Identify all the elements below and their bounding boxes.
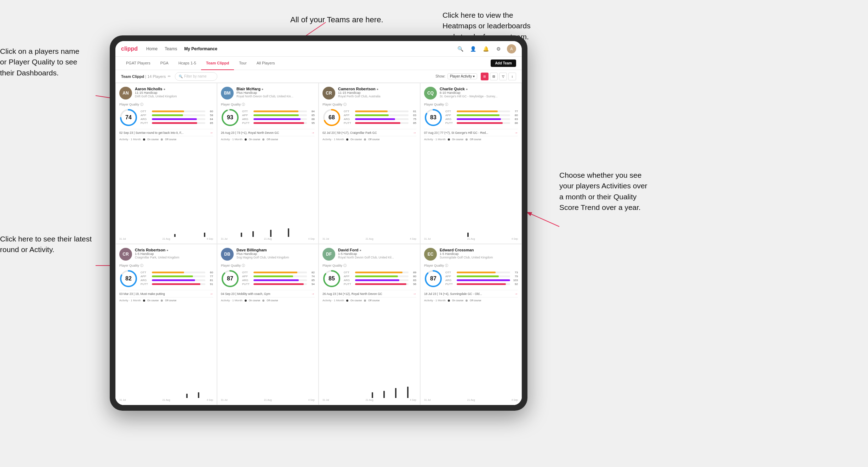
- bell-icon[interactable]: 🔔: [481, 45, 490, 53]
- edit-icon[interactable]: ✏: [168, 74, 171, 78]
- settings-icon[interactable]: ⚙: [494, 45, 503, 53]
- avatar-icon[interactable]: A: [507, 44, 516, 53]
- quality-circle[interactable]: 68: [322, 108, 341, 127]
- round-arrow: →: [413, 131, 416, 135]
- person-icon[interactable]: 👤: [469, 45, 477, 53]
- date-start: 31 Jul: [221, 238, 228, 240]
- player-card[interactable]: CR Chris Robertson● 1-5 Handicap Craigmi…: [115, 244, 217, 405]
- grid-view-icon[interactable]: ⊞: [481, 73, 489, 80]
- stat-value: 96: [410, 283, 416, 286]
- off-course-label: Off course: [165, 299, 176, 302]
- on-course-label: On course: [350, 138, 362, 141]
- stat-bar-bg: [355, 275, 409, 277]
- date-mid: 21 Aug: [366, 238, 373, 240]
- player-card[interactable]: BM Blair McHarg● Plus Handicap Royal Nor…: [217, 83, 319, 244]
- stat-row: OTT 84: [242, 110, 315, 113]
- search-filter[interactable]: 🔍 Filter by name: [175, 72, 217, 81]
- latest-round[interactable]: 04 Sep 23 | Mobility with coach, Gym →: [221, 290, 315, 297]
- player-info: Aaron Nicholls● 11-15 Handicap Drift Gol…: [135, 87, 213, 98]
- stat-label: OTT: [242, 110, 252, 113]
- nav-teams[interactable]: Teams: [165, 46, 177, 51]
- activity-chart: [424, 303, 518, 398]
- player-card[interactable]: EC Edward Crossman 1-5 Handicap Sunningd…: [420, 244, 522, 405]
- latest-round[interactable]: 07 Aug 23 | 77 (+7), St George's Hill GC…: [424, 129, 518, 136]
- latest-round[interactable]: 03 Mar 23 | 19, Must make putting →: [119, 290, 213, 297]
- stat-value: 60: [207, 271, 213, 274]
- stat-bar: [152, 118, 197, 120]
- quality-circle[interactable]: 87: [221, 269, 239, 288]
- quality-circle[interactable]: 74: [119, 108, 138, 127]
- filter-icon[interactable]: ▽: [499, 73, 507, 80]
- activity-chart: [424, 142, 518, 237]
- on-course-dot: [245, 300, 247, 302]
- player-name[interactable]: Chris Robertson●: [135, 248, 213, 252]
- stat-bar: [152, 122, 197, 124]
- quality-circle[interactable]: 82: [119, 269, 138, 288]
- nav-links: Home Teams My Performance: [146, 46, 456, 51]
- on-course-dot: [143, 300, 145, 302]
- latest-round[interactable]: 02 Sep 23 | Sunrise round to get back in…: [119, 129, 213, 136]
- stat-value: 58: [207, 114, 213, 117]
- player-info: Edward Crossman 1-5 Handicap Sunningdale…: [440, 248, 518, 259]
- tab-team-clippd[interactable]: Team Clippd: [201, 57, 234, 70]
- stat-bar: [253, 122, 304, 124]
- tab-hcaps[interactable]: Hcaps 1-5: [173, 57, 201, 70]
- tab-all-players[interactable]: All Players: [252, 57, 280, 70]
- player-name[interactable]: David Ford●: [338, 248, 416, 252]
- search-icon[interactable]: 🔍: [456, 45, 464, 53]
- player-card[interactable]: CQ Charlie Quick● 6-10 Handicap St. Geor…: [420, 83, 522, 244]
- player-card[interactable]: DB Dave Billingham Plus Handicap Sog Mag…: [217, 244, 319, 405]
- quality-circle[interactable]: 85: [322, 269, 341, 288]
- table-view-icon[interactable]: ⊟: [490, 73, 498, 80]
- quality-circle[interactable]: 83: [424, 108, 442, 127]
- latest-round[interactable]: 02 Jul 23 | 59 (+17), Craigmillar Park G…: [322, 129, 416, 136]
- player-handicap: 1-5 Handicap: [135, 252, 213, 256]
- latest-round[interactable]: 26 Aug 23 | 73 (+1), Royal North Devon G…: [221, 129, 315, 136]
- stat-row: PUTT 96: [344, 283, 416, 286]
- activity-chart: [221, 142, 315, 237]
- show-select[interactable]: Player Activity ▾: [447, 73, 477, 79]
- activity-label: Activity · 1 Month On course Off course: [424, 138, 518, 141]
- latest-round[interactable]: 18 Jul 23 | 74 (+4), Sunningdale GC - Ol…: [424, 290, 518, 297]
- player-club: Sog Maging Golf Club, United Kingdom: [236, 256, 315, 259]
- player-name[interactable]: Aaron Nicholls●: [135, 87, 213, 91]
- player-avatar: BM: [221, 87, 234, 99]
- nav-home[interactable]: Home: [146, 46, 158, 51]
- stat-label: PUTT: [141, 121, 150, 125]
- stat-bar: [152, 275, 193, 277]
- round-text: 18 Jul 23 | 74 (+4), Sunningdale GC - Ol…: [424, 292, 482, 296]
- player-card[interactable]: DF David Ford● 1-5 Handicap Royal North …: [319, 244, 420, 405]
- player-card[interactable]: CR Cameron Robertson● 11-15 Handicap Roy…: [319, 83, 420, 244]
- quality-circle[interactable]: 87: [424, 269, 442, 288]
- player-name[interactable]: Dave Billingham: [236, 248, 315, 252]
- player-name-annotation: Click on a players nameor Player Quality…: [0, 46, 79, 78]
- round-arrow: →: [311, 131, 315, 135]
- add-team-button[interactable]: Add Team: [491, 59, 516, 67]
- stat-bar-bg: [152, 279, 205, 281]
- date-start: 31 Jul: [322, 238, 329, 240]
- player-name[interactable]: Edward Crossman: [440, 248, 518, 252]
- on-course-label: On course: [249, 138, 260, 141]
- nav-performance[interactable]: My Performance: [184, 46, 217, 51]
- player-name[interactable]: Charlie Quick●: [440, 87, 518, 91]
- date-start: 31 Jul: [119, 238, 126, 240]
- chart-bar-oncourse: [241, 233, 242, 237]
- quality-circle[interactable]: 93: [221, 108, 239, 127]
- latest-round[interactable]: 26 Aug 23 | 84 (+12), Royal North Devon …: [322, 290, 416, 297]
- player-club: Sunningdale Golf Club, United Kingdom: [440, 256, 518, 259]
- date-mid: 21 Aug: [366, 399, 373, 401]
- stats-grid: OTT 73 APP 79 ARG 103 PUTT 92: [445, 271, 518, 286]
- tab-pgat-players[interactable]: PGAT Players: [121, 57, 155, 70]
- sort-icon[interactable]: ↕: [508, 73, 516, 80]
- activity-chart: [322, 303, 416, 398]
- player-header: CQ Charlie Quick● 6-10 Handicap St. Geor…: [424, 87, 518, 99]
- player-card[interactable]: AN Aaron Nicholls● 11-15 Handicap Drift …: [115, 83, 217, 244]
- player-name[interactable]: Cameron Robertson●: [338, 87, 416, 91]
- quality-label: Player Quality ⓘ: [119, 102, 213, 107]
- tab-tour[interactable]: Tour: [234, 57, 251, 70]
- stat-bar-bg: [355, 283, 409, 285]
- player-handicap: 6-10 Handicap: [440, 91, 518, 95]
- player-name[interactable]: Blair McHarg●: [236, 87, 315, 91]
- stat-value: 81: [207, 279, 213, 282]
- tab-pga[interactable]: PGA: [155, 57, 173, 70]
